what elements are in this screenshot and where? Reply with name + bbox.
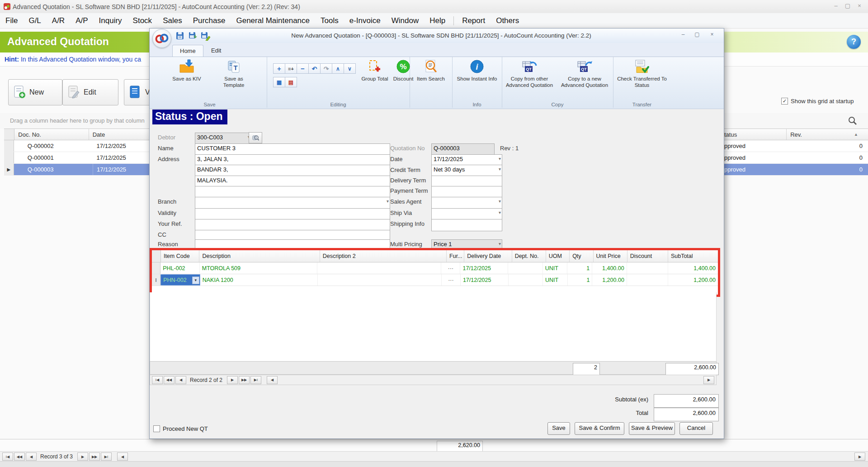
your-ref-field[interactable] [195,219,390,231]
rev-cell[interactable]: 0 [784,152,868,163]
close-icon[interactable]: × [854,2,865,9]
new-button[interactable]: New [8,79,62,105]
qty-cell[interactable]: 1 [568,274,593,286]
minimize-icon[interactable]: – [830,2,842,9]
description-cell[interactable]: NAKIA 1200 [200,274,318,286]
scroll-right-icon[interactable]: ▶ [854,453,865,461]
description2-cell[interactable] [318,274,442,286]
debtor-combo[interactable]: 300-C003 ▾ [195,133,251,145]
table-row-selected[interactable]: ▶ Q-000003 17/12/2025 [4,164,151,176]
menu-tools[interactable]: Tools [315,14,344,28]
save-button[interactable]: Save [547,422,570,435]
column-header-discount[interactable]: Discount [627,250,668,262]
menu-help[interactable]: Help [424,14,451,28]
nav-next-icon[interactable]: ▶ [227,376,238,384]
column-header-date[interactable]: Date [89,129,151,140]
remove-row-icon[interactable]: − [297,63,309,74]
menu-ar[interactable]: A/R [47,14,70,28]
row-detail-icon[interactable]: ▤ [285,77,297,87]
column-header-item-code[interactable]: Item Code [161,250,200,262]
menu-gl[interactable]: G/L [23,14,46,28]
address-line4-field[interactable] [195,186,390,198]
menu-general-maintenance[interactable]: General Maintenance [231,14,315,28]
move-up-icon[interactable]: ∧ [332,63,344,74]
menu-others[interactable]: Others [491,14,524,28]
doc-no-cell[interactable]: Q-000002 [14,140,93,152]
doc-no-cell[interactable]: Q-000001 [14,152,93,163]
date-cell[interactable]: 17/12/2025 [93,152,151,163]
save-as-template-button[interactable]: T Save as Template [216,58,252,89]
further-options-icon[interactable]: ··· [442,274,461,286]
menu-ap[interactable]: A/P [70,14,93,28]
save-as-kiv-button[interactable]: Save as KIV [166,58,208,82]
status-cell[interactable]: pproved [723,164,784,175]
rev-cell[interactable]: 0 [784,164,868,175]
dialog-close-icon[interactable]: × [707,31,717,39]
column-header-unit-price[interactable]: Unit Price [594,250,627,262]
checkbox-empty-icon[interactable] [153,425,160,432]
show-grid-checkbox[interactable]: ✓ Show this grid at startup [781,98,854,105]
credit-term-combo[interactable]: Net 30 days ▾ [431,165,502,177]
undo-icon[interactable]: ↶ [308,63,321,74]
tab-edit[interactable]: Edit [204,45,228,57]
subtotal-cell[interactable]: 1,400.00 [668,262,718,274]
column-header-qty[interactable]: Qty [570,250,593,262]
further-options-icon[interactable]: ··· [441,262,460,274]
sort-asc-icon[interactable]: ▲ [854,132,858,137]
save-preview-button[interactable]: Save & Preview [629,422,675,435]
name-field[interactable]: CUSTOMER 3 [195,143,390,156]
menu-stock[interactable]: Stock [127,14,158,28]
column-header-rev[interactable]: Rev. ▲ [787,129,868,140]
add-row-icon[interactable]: + [273,63,285,74]
show-instant-info-button[interactable]: i Show Instant Info [457,58,497,82]
qty-cell[interactable]: 1 [567,262,592,274]
nav-next-page-icon[interactable]: ▶▶ [89,453,100,461]
edit-button[interactable]: Edit [62,79,118,105]
delivery-date-cell[interactable]: 17/12/2025 [461,274,509,286]
table-row-selected[interactable]: pproved 0 [723,164,868,176]
group-total-button[interactable]: Group Total [361,58,389,82]
multi-pricing-dropdown-icon[interactable]: ▾ [499,241,501,246]
nav-first-icon[interactable]: Ι◀ [152,376,163,384]
menu-report[interactable]: Report [457,14,491,28]
branch-dropdown-icon[interactable]: ▾ [387,199,389,204]
dept-no-cell[interactable] [508,262,543,274]
column-header-delivery-date[interactable]: Delivery Date [464,250,512,262]
column-header-further[interactable]: Fur... [447,250,464,262]
item-row-editing[interactable]: Ι PHN-002 ▾ NAKIA 1200 ··· 17/12/2025 UN… [152,274,718,286]
item-row[interactable]: PHL-002 MTOROLA 509 ··· 17/12/2025 UNIT … [152,262,718,274]
doc-no-cell[interactable]: Q-000003 [14,164,93,175]
menu-inquiry[interactable]: Inquiry [94,14,127,28]
menu-purchase[interactable]: Purchase [188,14,231,28]
table-row[interactable]: pproved 0 [723,152,868,164]
item-grid-empty-area[interactable] [150,292,717,361]
column-header-description2[interactable]: Description 2 [320,250,447,262]
payment-term-field[interactable] [431,186,502,198]
column-header-description[interactable]: Description [199,250,320,262]
move-down-icon[interactable]: ∨ [344,63,356,74]
shipping-info-field[interactable] [431,219,502,231]
branch-combo[interactable]: ▾ [195,197,390,209]
table-row[interactable]: pproved 0 [723,140,868,152]
uom-cell[interactable]: UNIT [543,274,568,286]
checkbox-check-icon[interactable]: ✓ [781,98,788,105]
cancel-button[interactable]: Cancel [679,422,713,435]
column-header-dept-no[interactable]: Dept. No. [512,250,546,262]
save-small-icon[interactable] [175,32,185,41]
redo-icon[interactable]: ↷ [320,63,332,74]
help-icon[interactable]: ? [847,35,861,49]
table-row[interactable]: Q-000002 17/12/2025 [4,140,151,152]
column-header-doc-no[interactable]: Doc. No. [14,129,89,140]
save-edit-icon[interactable] [200,32,210,41]
copy-to-button[interactable]: QT Copy to a new Advanced Quotation [558,58,611,89]
range-select-icon[interactable]: ▦ [273,77,285,87]
column-header-status[interactable]: tatus [723,129,787,140]
ship-via-combo[interactable]: ▾ [431,208,502,220]
date-cell[interactable]: 17/12/2025 [93,164,151,175]
tab-home[interactable]: Home [172,45,203,57]
dialog-maximize-icon[interactable]: ▢ [692,31,703,39]
unit-price-cell[interactable]: 1,400.00 [592,262,627,274]
nav-next-icon[interactable]: ▶ [77,453,88,461]
nav-last-icon[interactable]: ▶Ι [101,453,112,461]
credit-term-dropdown-icon[interactable]: ▾ [499,167,501,172]
